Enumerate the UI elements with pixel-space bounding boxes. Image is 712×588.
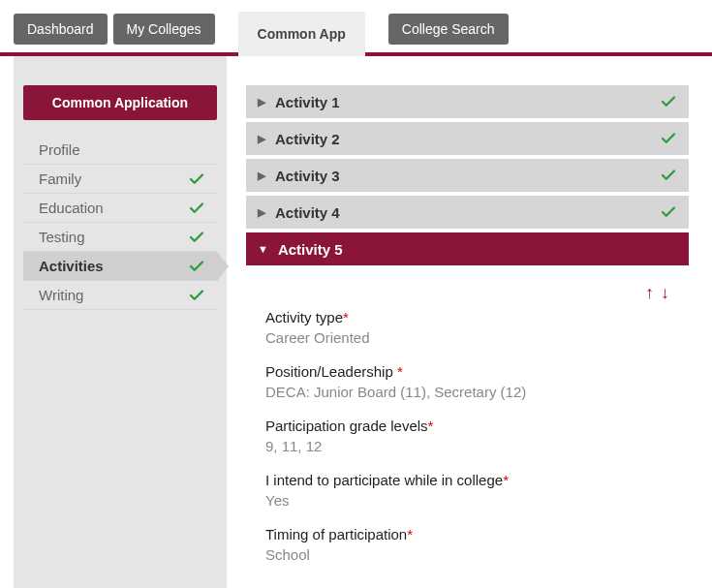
activity-row-4[interactable]: ▶ Activity 4 — [246, 196, 689, 229]
field-intend-college[interactable]: I intend to participate while in college… — [265, 472, 669, 509]
chevron-right-icon: ▶ — [258, 133, 265, 145]
field-activity-type[interactable]: Activity type* Career Oriented — [265, 309, 669, 346]
activity-row-3[interactable]: ▶ Activity 3 — [246, 159, 689, 192]
check-icon — [188, 258, 205, 275]
chevron-right-icon: ▶ — [258, 170, 265, 182]
sidebar-item-education[interactable]: Education — [23, 194, 217, 223]
tab-college-search[interactable]: College Search — [388, 14, 509, 45]
sidebar-item-label: Education — [39, 200, 104, 216]
activity-row-label: Activity 5 — [278, 241, 343, 258]
move-up-icon[interactable]: ↑ — [645, 283, 654, 302]
check-icon — [660, 203, 677, 221]
sidebar-item-label: Testing — [39, 229, 85, 245]
field-label: Activity type* — [265, 309, 669, 325]
activity-row-label: Activity 1 — [275, 94, 340, 110]
required-icon: * — [407, 526, 413, 542]
field-label: Timing of participation* — [265, 526, 669, 542]
field-value: DECA: Junior Board (11), Secretary (12) — [265, 384, 669, 400]
sidebar-item-label: Family — [39, 170, 81, 187]
activity-row-5[interactable]: ▼ Activity 5 — [246, 232, 689, 265]
reorder-controls: ↑ ↓ — [265, 283, 669, 303]
move-down-icon[interactable]: ↓ — [661, 283, 669, 302]
field-label: Participation grade levels* — [265, 418, 669, 434]
sidebar-header[interactable]: Common Application — [23, 85, 217, 120]
top-tabs: Dashboard My Colleges Common App College… — [0, 0, 712, 56]
activity-row-label: Activity 2 — [275, 131, 340, 147]
sidebar-item-testing[interactable]: Testing — [23, 223, 217, 252]
required-icon: * — [428, 418, 434, 434]
required-icon: * — [343, 309, 349, 325]
content: ▶ Activity 1 ▶ Activity 2 ▶ Activity 3 — [227, 56, 698, 588]
check-icon — [188, 287, 205, 304]
sidebar: Common Application Profile Family Educat… — [14, 56, 227, 588]
sidebar-item-label: Profile — [39, 141, 80, 158]
chevron-down-icon: ▼ — [258, 243, 268, 255]
tab-dashboard[interactable]: Dashboard — [14, 14, 108, 45]
sidebar-item-writing[interactable]: Writing — [23, 281, 217, 310]
main: Common Application Profile Family Educat… — [0, 56, 712, 588]
field-participation-grade-levels[interactable]: Participation grade levels* 9, 11, 12 — [265, 418, 669, 454]
check-icon — [660, 130, 677, 147]
activity-row-label: Activity 4 — [275, 204, 340, 221]
check-icon — [188, 229, 205, 246]
field-label: Position/Leadership * — [265, 363, 669, 380]
activity-row-1[interactable]: ▶ Activity 1 — [246, 85, 689, 118]
field-value: 9, 11, 12 — [265, 438, 669, 454]
field-value: School — [265, 546, 669, 563]
sidebar-item-family[interactable]: Family — [23, 165, 217, 194]
field-value: Yes — [265, 492, 669, 509]
sidebar-item-profile[interactable]: Profile — [23, 136, 217, 165]
field-timing[interactable]: Timing of participation* School — [265, 526, 669, 563]
tab-my-colleges[interactable]: My Colleges — [113, 14, 215, 45]
check-icon — [188, 200, 205, 217]
field-label: I intend to participate while in college… — [265, 472, 669, 488]
activity-row-2[interactable]: ▶ Activity 2 — [246, 122, 689, 155]
check-icon — [660, 93, 677, 110]
chevron-right-icon: ▶ — [258, 206, 265, 219]
activity-body: ↑ ↓ Activity type* Career Oriented Posit… — [246, 269, 689, 588]
field-position-leadership[interactable]: Position/Leadership * DECA: Junior Board… — [265, 363, 669, 400]
tab-common-app[interactable]: Common App — [238, 12, 365, 56]
activity-row-label: Activity 3 — [275, 168, 340, 184]
check-icon — [660, 167, 677, 184]
required-icon: * — [397, 363, 403, 380]
required-icon: * — [503, 472, 509, 488]
sidebar-item-label: Activities — [39, 258, 104, 274]
check-icon — [188, 170, 205, 188]
chevron-right-icon: ▶ — [258, 96, 265, 108]
field-value: Career Oriented — [265, 329, 669, 346]
sidebar-item-label: Writing — [39, 287, 83, 303]
sidebar-item-activities[interactable]: Activities — [23, 252, 217, 281]
